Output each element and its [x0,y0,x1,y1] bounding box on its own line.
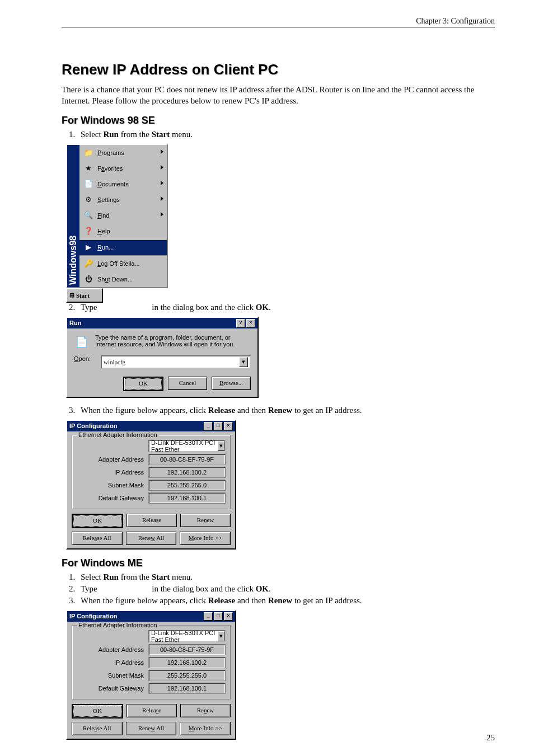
ok-button[interactable]: OK [72,514,123,528]
subnet-mask-label: Subnet Mask [77,672,148,679]
close-button[interactable]: × [224,422,233,430]
subnet-mask-value: 255.255.255.0 [148,670,226,681]
menu-favorites[interactable]: ★ Favorites [79,161,167,176]
renew-button[interactable]: Renew [180,704,231,717]
run-description: Type the name of a program, folder, docu… [95,334,251,348]
start-button-label: Start [76,292,90,299]
default-gateway-label: Default Gateway [77,685,148,692]
find-icon: 🔍 [83,210,94,221]
step-me-2: Type in the dialog box and the click OK. [77,584,495,594]
default-gateway-value: 192.168.100.1 [148,683,226,694]
renew-all-button[interactable]: Renew All [126,532,177,545]
step-98-1: Select Run from the Start menu. [77,130,495,139]
open-input[interactable]: winipcfg ▾ [101,355,251,369]
adapter-select[interactable]: D-Link DFE-530TX PCI Fast Ether ▾ [148,630,226,642]
documents-icon: 📄 [83,179,94,190]
submenu-arrow-icon [161,149,163,154]
maximize-button[interactable]: □ [214,422,223,430]
step-98-3: When the figure below appears, click Rel… [77,406,495,415]
group-title: Ethernet Adapter Information [77,622,159,628]
release-button[interactable]: Release [127,704,177,717]
renew-all-button[interactable]: Renew All [126,722,177,735]
subnet-mask-value: 255.255.255.0 [148,480,226,491]
ethernet-adapter-group: Ethernet Adapter Information D-Link DFE-… [72,435,231,509]
minimize-button[interactable]: _ [204,422,213,430]
intro-paragraph: There is a chance that your PC does not … [62,84,495,107]
menu-documents[interactable]: 📄 Documents [79,176,167,192]
adapter-address-value: 00-80-C8-EF-75-9F [148,644,226,655]
ethernet-adapter-group: Ethernet Adapter Information D-Link DFE-… [72,625,231,699]
start-menu-figure: Windows98 📁 PProgramsrograms ★ Favorites… [66,144,168,288]
adapter-address-label: Adapter Address [77,646,148,653]
step-me-3: When the figure below appears, click Rel… [77,596,495,605]
dropdown-arrow-icon[interactable]: ▾ [239,357,248,367]
windows-flag-icon: ⊞ [69,292,74,299]
taskbar: ⊞ Start [66,288,166,303]
minimize-button[interactable]: _ [204,612,213,621]
menu-find[interactable]: 🔍 Find [79,208,167,223]
menu-help[interactable]: ❓ Help [79,223,167,239]
submenu-arrow-icon [161,181,163,185]
submenu-arrow-icon [161,212,163,217]
cancel-button[interactable]: Cancel [168,377,207,390]
menu-label: Log Off Stella... [97,260,140,267]
favorites-icon: ★ [83,163,94,174]
menu-settings[interactable]: ⚙ Settings [79,192,167,208]
ip-address-label: IP Address [77,469,148,476]
release-all-button[interactable]: Release All [72,722,123,735]
default-gateway-value: 192.168.100.1 [148,492,226,504]
chapter-header: Chapter 3: Configuration [62,17,495,27]
programs-icon: 📁 [83,147,94,158]
run-dialog-icon: 📄 [74,334,90,350]
renew-button[interactable]: Renew [180,514,231,527]
ok-button[interactable]: OK [123,377,163,391]
menu-label: Run... [97,244,114,251]
ipconfig-titlebar: IP Configuration _ □ × [67,611,235,622]
ipconfig-title-text: IP Configuration [69,613,117,619]
dropdown-arrow-icon[interactable]: ▾ [218,441,224,451]
default-gateway-label: Default Gateway [77,495,148,501]
page-number: 25 [486,733,495,743]
open-label: Open: [74,355,95,362]
adapter-select-value: D-Link DFE-530TX PCI Fast Ether [151,630,218,643]
ok-button[interactable]: OK [72,704,123,719]
menu-programs[interactable]: 📁 PProgramsrograms [79,145,167,161]
browse-button[interactable]: Browse... [212,377,251,390]
menu-run[interactable]: ▶ Run... [79,239,167,255]
ip-address-value: 192.168.100.2 [148,467,226,478]
menu-logoff[interactable]: 🔑 Log Off Stella... [79,255,167,271]
close-button[interactable]: × [224,612,233,621]
section-win98-title: For Windows 98 SE [62,115,495,126]
ipconfig-dialog-98: IP Configuration _ □ × Ethernet Adapter … [66,420,236,550]
release-button[interactable]: Release [127,514,177,527]
ipconfig-dialog-me: IP Configuration _ □ × Ethernet Adapter … [66,610,236,740]
section-winme-title: For Windows ME [62,557,495,569]
start-sidebar-label: Windows98 [68,236,78,285]
ip-address-label: IP Address [77,659,148,666]
help-button[interactable]: ? [236,319,245,327]
settings-icon: ⚙ [83,194,94,205]
ipconfig-title-text: IP Configuration [69,422,117,429]
adapter-address-value: 00-80-C8-EF-75-9F [148,454,226,465]
step-98-2: Type in the dialog box and the click OK. [77,303,495,312]
menu-label: Help [97,228,110,234]
more-info-button[interactable]: More Info >> [180,722,231,735]
menu-label: Favorites [97,165,123,172]
run-icon: ▶ [83,242,94,253]
adapter-select[interactable]: D-Link DFE-530TX PCI Fast Ether ▾ [148,440,226,452]
start-button[interactable]: ⊞ Start [66,288,103,303]
menu-label: Shut Down... [97,276,133,283]
more-info-button[interactable]: More Info >> [180,532,231,545]
maximize-button[interactable]: □ [214,612,223,621]
adapter-address-label: Adapter Address [77,456,148,463]
dropdown-arrow-icon[interactable]: ▾ [218,631,224,641]
ip-address-value: 192.168.100.2 [148,657,226,668]
start-menu-items: 📁 PProgramsrograms ★ Favorites 📄 Documen… [79,145,167,287]
help-icon: ❓ [83,226,94,237]
run-title-text: Run [69,320,81,326]
release-all-button[interactable]: Release All [72,532,123,545]
run-titlebar: Run ? × [67,318,257,328]
close-button[interactable]: × [246,319,255,327]
menu-label: PProgramsrograms [97,149,124,156]
menu-shutdown[interactable]: ⏻ Shut Down... [79,271,167,287]
